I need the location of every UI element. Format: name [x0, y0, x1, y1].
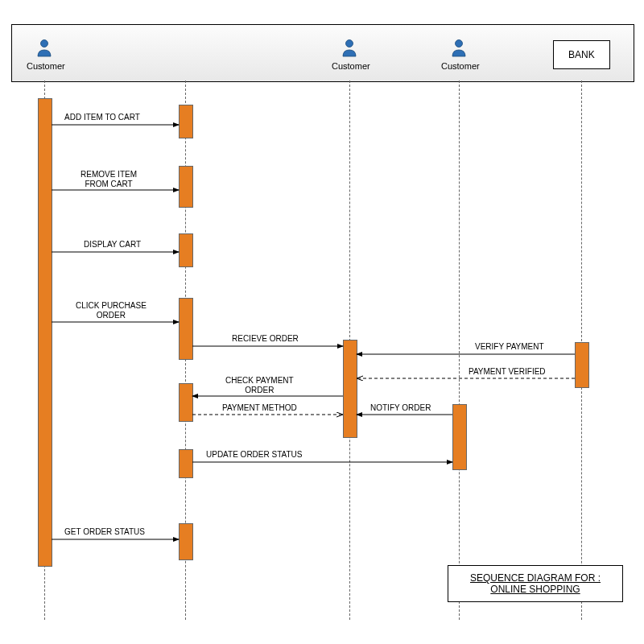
- activation-p5-1: [575, 342, 589, 388]
- actor-1-label: Customer: [27, 61, 62, 71]
- actor-2: Customer: [332, 39, 367, 71]
- header-bar: [11, 24, 634, 82]
- activation-p4-1: [452, 404, 467, 470]
- msg-notify-order: NOTIFY ORDER: [370, 403, 431, 413]
- diagram-container: Customer Customer Customer BANK: [0, 0, 644, 644]
- bank-label: BANK: [568, 49, 595, 60]
- activation-p2-7: [179, 523, 193, 560]
- activation-p2-5: [179, 383, 193, 422]
- svg-point-1: [346, 40, 353, 47]
- msg-payment-verified: PAYMENT VERIFIED: [469, 367, 546, 377]
- bank-box: BANK: [553, 40, 610, 69]
- activation-p2-1: [179, 105, 193, 138]
- person-icon: [449, 39, 469, 58]
- msg-display-cart: DISPLAY CART: [84, 240, 141, 250]
- activation-p2-2: [179, 166, 193, 208]
- activation-p1: [38, 98, 52, 567]
- svg-point-2: [456, 40, 463, 47]
- diagram-title: SEQUENCE DIAGRAM FOR : ONLINE SHOPPING: [448, 565, 623, 602]
- activation-p2-3: [179, 233, 193, 267]
- actor-1: Customer: [27, 39, 62, 71]
- msg-click-purchase: CLICK PURCHASE ORDER: [76, 301, 147, 320]
- person-icon: [340, 39, 359, 58]
- actor-3-label: Customer: [441, 61, 477, 71]
- msg-remove-item: REMOVE ITEM FROM CART: [80, 170, 137, 189]
- actor-2-label: Customer: [332, 61, 367, 71]
- msg-update-order: UPDATE ORDER STATUS: [206, 450, 302, 460]
- activation-p3-1: [343, 340, 357, 438]
- lifeline-4: [459, 80, 460, 620]
- actor-3: Customer: [441, 39, 477, 71]
- arrows-svg: [0, 0, 644, 644]
- activation-p2-6: [179, 449, 193, 478]
- msg-payment-method: PAYMENT METHOD: [222, 403, 297, 413]
- msg-receive-order: RECIEVE ORDER: [232, 334, 299, 344]
- svg-point-0: [41, 40, 48, 47]
- msg-check-payment: CHECK PAYMENT ORDER: [225, 376, 294, 395]
- activation-p2-4: [179, 298, 193, 360]
- msg-add-item: ADD ITEM TO CART: [64, 113, 140, 122]
- msg-get-status: GET ORDER STATUS: [64, 527, 145, 537]
- person-icon: [35, 39, 54, 58]
- msg-verify-payment: VERIFY PAYMENT: [475, 342, 544, 352]
